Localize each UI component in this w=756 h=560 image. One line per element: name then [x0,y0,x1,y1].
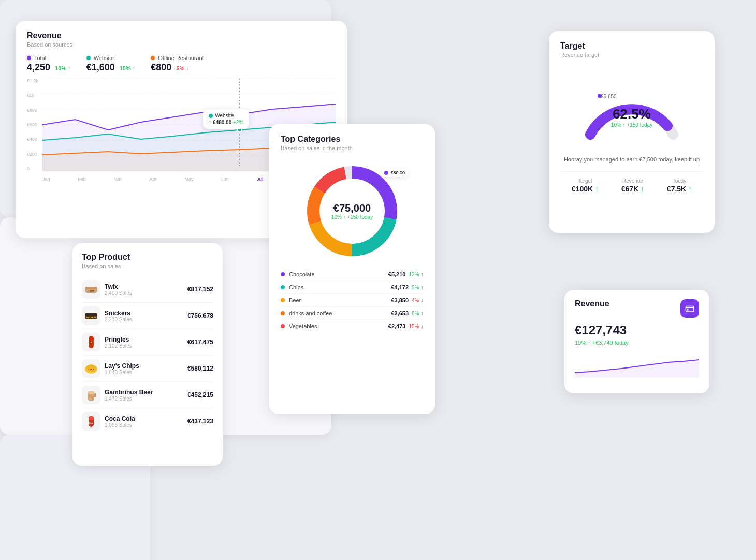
chart-tooltip: Website ↑ €480.00 +2% [203,109,249,129]
cat-value-veg: €2,473 [388,323,406,329]
cat-pct-chips: 5% [412,285,419,290]
tooltip-dot [209,114,213,118]
donut-center: €75,000 10% ↑ +150 today [331,202,373,220]
svg-rect-24 [88,391,94,394]
total-dot [27,56,31,60]
sparkline [575,352,699,380]
chart-y-labels: €1.2k€1k€800€600€400€2000 [27,78,41,171]
product-thumb-twix: TWIX [82,280,100,299]
product-revenue-lays: €580,112 [187,365,213,372]
svg-rect-15 [85,313,97,316]
revenue-subtitle: Based on sources [27,41,336,48]
product-revenue-gambrinus: €452,215 [187,391,213,399]
product-sales-lays: 1,848 Sales [105,370,183,375]
svg-marker-39 [575,360,699,378]
product-revenue-cola: €437,123 [187,418,213,425]
product-info-twix: Twix 2,400 Sales [105,283,183,296]
metric-total: Total 4,250 10% ↑ [27,55,71,73]
cat-pct-beer: 4% [412,298,419,303]
list-item: Cola Coca Cola 1,098 Sales €437,123 [82,408,213,434]
total-label: Total [34,55,46,61]
product-info-gambrinus: Gambrinus Beer 1,472 Sales [105,389,183,402]
website-value: €1,600 10% ↑ [86,62,136,73]
list-item: Beer €3,850 4% ↓ [281,294,424,307]
revenue-small-value: €127,743 [575,323,699,337]
svg-rect-25 [94,393,96,397]
product-thumb-beer [82,386,100,404]
cat-value-beer: €3,850 [391,297,409,303]
list-item: Gambrinus Beer 1,472 Sales €452,215 [82,382,213,408]
product-list: TWIX Twix 2,400 Sales €817,152 SNICKERS … [82,276,213,434]
cat-name-beer: Beer [289,297,391,303]
offline-value: €800 5% ↓ [151,62,203,73]
product-revenue-twix: €817,152 [187,286,213,293]
active-month: Jul [256,176,263,182]
target-title: Target [560,41,703,51]
list-item: P Pringles 2,102 Sales €617,475 [82,329,213,356]
target-card: Target Revenue target €6,650 62.5% 10% ↑… [549,31,715,233]
target-metric-today: Today €7.5K ↑ [667,178,692,193]
product-subtitle: Based on sales [82,263,213,269]
svg-text:SNICKERS: SNICKERS [86,316,97,319]
product-name-snickers: Snickers [105,310,183,317]
list-item: LAY'S Lay's Chips 1,848 Sales €580,112 [82,356,213,382]
revenue-title: Revenue [27,31,336,40]
revenue-small-change: 10% ↑ +€3,740 today [575,340,699,346]
product-info-snickers: Snickers 2,210 Sales [105,310,183,322]
list-item: Chips €4,172 5% ↑ [281,281,424,294]
cat-name-chocolate: Chocolate [289,271,388,277]
metrics-row: Total 4,250 10% ↑ Website €1,600 10% ↑ [27,55,336,73]
cat-name-chips: Chips [289,284,391,290]
product-thumb-pringles: P [82,333,100,351]
target-metric-revenue: Revenue €67K ↑ [621,178,644,193]
cat-pct-veg: 15% [409,323,419,329]
product-thumb-lays: LAY'S [82,359,100,378]
product-info-pringles: Pringles 2,102 Sales [105,336,183,349]
list-item: SNICKERS Snickers 2,210 Sales €756,678 [82,303,213,329]
product-name-pringles: Pringles [105,336,183,343]
svg-rect-37 [686,306,694,312]
cat-dot-drinks [281,311,285,315]
categories-title: Top Categories [281,135,424,144]
tooltip-value: ↑ €480.00 [209,120,233,125]
website-label: Website [94,55,114,61]
product-revenue-pringles: €617,475 [187,338,213,346]
donut-container: €80.00 €75,000 10% ↑ +150 today [281,159,424,263]
product-sales-cola: 1,098 Sales [105,422,183,428]
total-value: 4,250 10% ↑ [27,62,71,73]
revenue-icon [680,299,699,318]
website-change: 10% ↑ [120,65,136,71]
list-item: drinks and coffee €2,653 8% ↑ [281,307,424,320]
list-item: TWIX Twix 2,400 Sales €817,152 [82,276,213,303]
product-name-lays: Lay's Chips [105,362,183,370]
cat-pct-drinks: 8% [412,311,419,316]
product-sales-pringles: 2,102 Sales [105,343,183,349]
categories-card: Top Categories Based on sales in the mon… [269,124,435,414]
categories-list: Chocolate €5,210 12% ↑ Chips €4,172 5% ↑… [281,268,424,332]
product-thumb-snickers: SNICKERS [82,306,100,325]
product-name-cola: Coca Cola [105,415,183,422]
svg-text:TWIX: TWIX [88,289,95,292]
svg-point-38 [688,310,689,311]
gauge-center: 62.5% 10% ↑ +150 today [611,106,652,128]
svg-text:Cola: Cola [89,422,93,424]
tooltip-change: +2% [233,120,243,125]
website-dot [86,56,91,60]
product-sales-gambrinus: 1,472 Sales [105,396,183,402]
cat-name-drinks: drinks and coffee [289,310,391,316]
donut-label-value: €80.00 [390,170,405,175]
revenue-small-header: Revenue [575,299,699,318]
product-name-twix: Twix [105,283,183,290]
donut-label: €80.00 [381,169,408,177]
gauge-change: 10% ↑ +150 today [611,122,652,128]
list-item: Chocolate €5,210 12% ↑ [281,268,424,281]
cat-value-chocolate: €5,210 [388,271,406,277]
offline-dot [151,56,155,60]
revenue-small-title: Revenue [575,299,609,308]
cat-pct-chocolate: 12% [409,272,419,277]
svg-text:€6,650: €6,650 [601,94,617,99]
donut-change: 10% ↑ +150 today [331,214,373,220]
product-sales-twix: 2,400 Sales [105,290,183,296]
svg-rect-27 [89,416,94,420]
total-change: 10% ↑ [55,65,71,71]
